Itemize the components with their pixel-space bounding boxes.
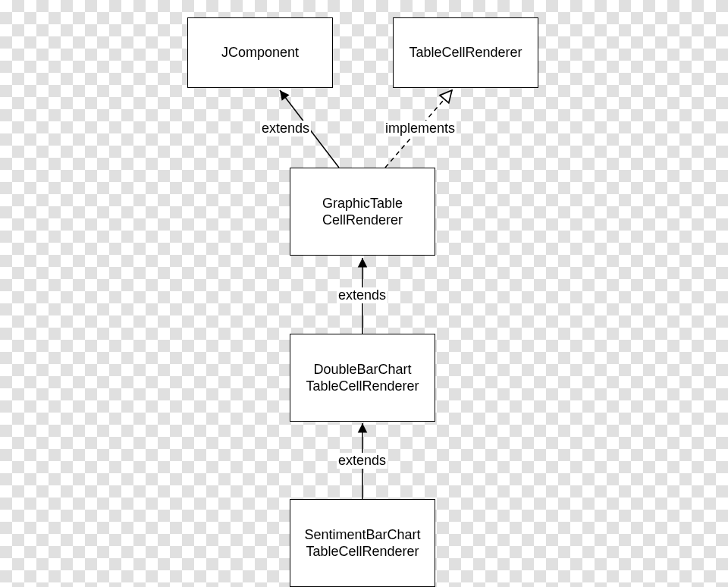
node-graphictable: GraphicTable CellRenderer — [290, 168, 435, 256]
node-jcomponent: JComponent — [187, 17, 333, 88]
node-doublebarchart-line2: TableCellRenderer — [306, 378, 419, 394]
node-doublebarchart-line1: DoubleBarChart — [313, 362, 411, 377]
node-jcomponent-label: JComponent — [221, 44, 299, 61]
edge-label-extends1: extends — [260, 121, 311, 137]
node-graphictable-line1: GraphicTable — [322, 196, 403, 211]
node-sentimentbarchart-line2: TableCellRenderer — [306, 544, 419, 559]
edge-label-extends3: extends — [337, 453, 388, 469]
node-tablecellrenderer-label: TableCellRenderer — [409, 44, 522, 61]
node-tablecellrenderer: TableCellRenderer — [393, 17, 538, 88]
node-sentimentbarchart-line1: SentimentBarChart — [304, 527, 420, 542]
edge-label-extends2: extends — [337, 287, 388, 303]
node-sentimentbarchart: SentimentBarChart TableCellRenderer — [290, 499, 435, 587]
edge-label-implements: implements — [384, 121, 457, 137]
node-doublebarchart: DoubleBarChart TableCellRenderer — [290, 334, 435, 422]
node-graphictable-line2: CellRenderer — [322, 212, 403, 228]
